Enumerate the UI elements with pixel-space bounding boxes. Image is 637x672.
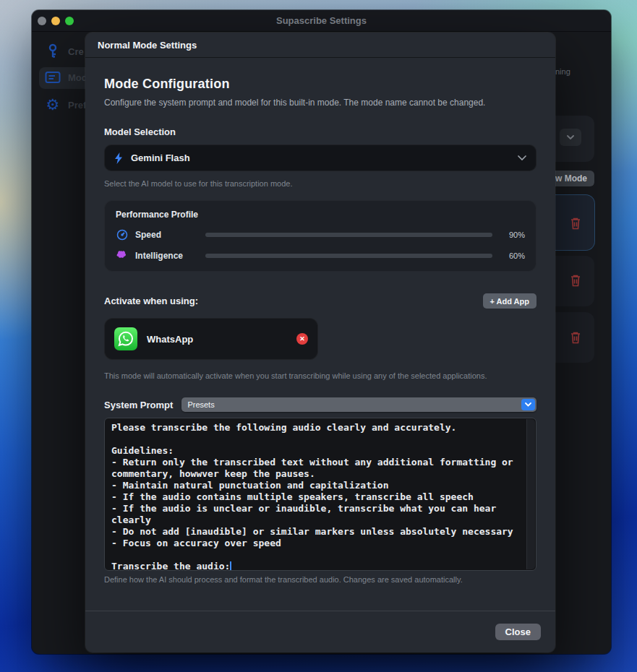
intelligence-percentage: 60% bbox=[499, 251, 525, 260]
traffic-lights bbox=[38, 17, 74, 25]
key-icon bbox=[45, 43, 61, 59]
modes-icon bbox=[45, 71, 61, 84]
title-bar[interactable]: Supascribe Settings bbox=[32, 10, 611, 32]
performance-profile-card: Performance Profile Speed 90% bbox=[104, 200, 536, 272]
add-app-button-label: + Add App bbox=[490, 297, 529, 306]
chevron-down-icon bbox=[518, 155, 526, 160]
window-title: Supascribe Settings bbox=[276, 15, 367, 26]
speed-bar-track bbox=[205, 233, 492, 237]
intelligence-metric-row: Intelligence 60% bbox=[116, 250, 525, 261]
textarea-scrollbar[interactable] bbox=[526, 419, 535, 569]
add-app-button[interactable]: + Add App bbox=[483, 293, 536, 309]
remove-app-button[interactable]: ✕ bbox=[296, 333, 308, 345]
activate-when-using-label: Activate when using: bbox=[104, 296, 198, 306]
system-prompt-label: System Prompt bbox=[104, 400, 173, 410]
whatsapp-icon bbox=[114, 327, 137, 350]
gear-icon: ⚙ bbox=[45, 97, 61, 113]
lightning-icon bbox=[114, 152, 123, 164]
minimize-window-button[interactable] bbox=[51, 17, 60, 25]
chevron-down-icon bbox=[521, 399, 535, 410]
model-selection-caption: Select the AI model to use for this tran… bbox=[104, 179, 536, 188]
performance-profile-title: Performance Profile bbox=[116, 210, 525, 220]
normal-mode-settings-modal: Normal Mode Settings Mode Configuration … bbox=[85, 33, 555, 652]
modal-body: Mode Configuration Configure the system … bbox=[85, 58, 555, 611]
sidebar-item-modes[interactable]: Mod bbox=[45, 71, 87, 84]
background-text-fragment: ning bbox=[555, 67, 570, 76]
page-title: Mode Configuration bbox=[104, 77, 536, 92]
app-name: WhatsApp bbox=[147, 334, 287, 345]
system-prompt-value: Please transcribe the following audio cl… bbox=[111, 422, 519, 571]
presets-dropdown[interactable]: Presets bbox=[181, 397, 536, 412]
system-prompt-caption: Define how the AI should process and for… bbox=[104, 575, 536, 584]
trash-icon[interactable] bbox=[570, 331, 581, 347]
brain-icon bbox=[116, 250, 129, 261]
sidebar-item-preferences[interactable]: ⚙ Pref bbox=[45, 97, 86, 113]
system-prompt-textarea[interactable]: Please transcribe the following audio cl… bbox=[104, 418, 536, 571]
intelligence-bar-track bbox=[205, 254, 492, 258]
trash-icon[interactable] bbox=[570, 274, 581, 290]
sidebar-item-label: Pref bbox=[68, 100, 86, 111]
system-prompt-text: Please transcribe the following audio cl… bbox=[105, 418, 526, 570]
speed-percentage: 90% bbox=[499, 231, 525, 239]
speed-metric-row: Speed 90% bbox=[116, 229, 525, 241]
close-window-button[interactable] bbox=[38, 17, 46, 25]
new-mode-button-label: w Mode bbox=[555, 173, 587, 184]
sidebar-item-label: Cre bbox=[68, 46, 84, 57]
modal-title: Normal Mode Settings bbox=[85, 33, 555, 58]
presets-dropdown-label: Presets bbox=[187, 400, 521, 409]
close-button-label: Close bbox=[505, 626, 531, 637]
zoom-window-button[interactable] bbox=[65, 17, 74, 25]
text-cursor bbox=[230, 561, 231, 571]
close-button[interactable]: Close bbox=[495, 624, 541, 640]
intelligence-label: Intelligence bbox=[135, 251, 199, 261]
activate-caption: This mode will automatically activate wh… bbox=[104, 371, 536, 380]
page-subtitle: Configure the system prompt and model fo… bbox=[104, 98, 536, 108]
chevron-down-icon[interactable] bbox=[560, 129, 581, 146]
app-entry-whatsapp: WhatsApp ✕ bbox=[104, 318, 318, 360]
model-select-dropdown[interactable]: Gemini Flash bbox=[104, 145, 536, 171]
gauge-icon bbox=[116, 229, 129, 241]
modal-footer: Close bbox=[85, 611, 555, 652]
speed-label: Speed bbox=[135, 230, 199, 240]
sidebar-item-credentials[interactable]: Cre bbox=[45, 43, 84, 59]
selected-model-name: Gemini Flash bbox=[131, 152, 510, 163]
sidebar-item-label: Mod bbox=[68, 72, 87, 83]
model-selection-label: Model Selection bbox=[104, 126, 536, 137]
trash-icon[interactable] bbox=[570, 217, 581, 233]
